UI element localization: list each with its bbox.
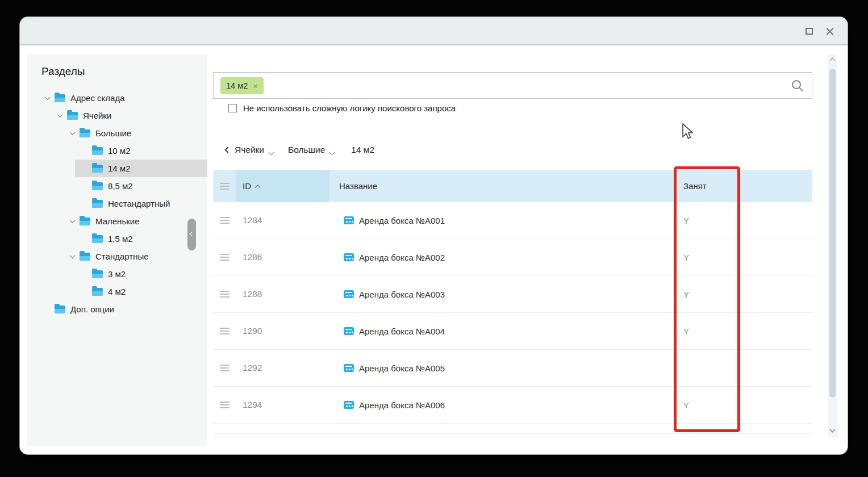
table-body: 1284 Аренда бокса №A001 Y 1286 Аренда бо… — [213, 202, 812, 434]
tree-item-label: 1,5 м2 — [108, 234, 133, 244]
cell-occupied: Y — [673, 387, 812, 423]
cell-occupied: Y — [673, 239, 812, 275]
drag-handle-icon[interactable] — [220, 291, 229, 298]
sidebar-collapse-handle[interactable] — [187, 219, 196, 250]
column-header-name[interactable]: Название — [329, 170, 673, 202]
tree-item[interactable]: 1,5 м2 — [27, 230, 207, 248]
tree-item[interactable]: Доп. опции — [27, 300, 207, 318]
expand-chevron-icon[interactable] — [68, 254, 76, 258]
tree-item[interactable]: 3 м2 — [27, 265, 207, 283]
tree-item[interactable]: Маленькие — [27, 212, 207, 230]
tree-item[interactable]: Адрес склада — [27, 89, 207, 107]
folder-icon — [55, 306, 65, 313]
drag-handle-icon[interactable] — [220, 328, 229, 334]
table-row[interactable]: 1284 Аренда бокса №A001 Y — [213, 202, 812, 239]
cell-id: 1292 — [236, 350, 329, 386]
tree-item[interactable]: 4 м2 — [27, 283, 207, 300]
breadcrumb: Ячейки Большие 14 м2 — [226, 145, 374, 155]
table-row[interactable]: 1288 Аренда бокса №A003 Y — [213, 276, 812, 313]
header-menu-icon[interactable] — [220, 183, 229, 190]
breadcrumb-item-large[interactable]: Большие — [288, 145, 325, 155]
tree-item-label: 14 м2 — [108, 164, 131, 173]
cell-occupied — [673, 350, 812, 386]
element-icon — [344, 290, 354, 298]
tree-item[interactable]: 14 м2 — [27, 160, 207, 177]
breadcrumb-item-cells[interactable]: Ячейки — [235, 145, 264, 155]
cell-name[interactable]: Аренда бокса №A006 — [359, 400, 445, 410]
search-filter-tag[interactable]: 14 м2 × — [220, 77, 264, 94]
tree-item[interactable]: Большие — [27, 124, 207, 142]
tree-item[interactable]: Нестандартный — [27, 195, 207, 212]
cell-name[interactable]: Аренда бокса №A001 — [359, 216, 445, 225]
sections-sidebar: Разделы Адрес склада Ячейки Большие 10 м… — [27, 54, 207, 446]
sort-asc-icon — [255, 185, 261, 190]
table-row[interactable]: 1294 Аренда бокса №A006 Y — [213, 387, 812, 424]
tree-item-label: Нестандартный — [108, 199, 170, 208]
folder-icon — [80, 217, 90, 225]
expand-chevron-icon[interactable] — [43, 96, 51, 100]
tree-item-label: 3 м2 — [108, 269, 126, 279]
drag-handle-icon[interactable] — [220, 217, 229, 224]
simple-logic-checkbox[interactable] — [228, 104, 237, 112]
maximize-button[interactable] — [806, 28, 813, 35]
column-header-id[interactable]: ID — [236, 170, 329, 202]
table-row[interactable]: 1286 Аренда бокса №A002 Y — [213, 239, 812, 276]
breadcrumb-item-current: 14 м2 — [351, 145, 374, 155]
folder-icon — [92, 235, 103, 243]
simple-logic-checkbox-label: Не использовать сложную логику поисковог… — [243, 103, 456, 113]
tree-item-label: 10 м2 — [108, 146, 131, 156]
tree-item[interactable]: Стандартные — [27, 248, 207, 265]
scrollbar-thumb[interactable] — [829, 69, 836, 398]
column-occupied-label: Занят — [683, 181, 707, 191]
table-header: ID Название Занят — [213, 170, 812, 202]
dropdown-chevron-icon[interactable] — [329, 149, 335, 155]
cell-name[interactable]: Аренда бокса №A005 — [359, 363, 445, 373]
scroll-up-icon[interactable] — [830, 58, 836, 64]
cell-name[interactable]: Аренда бокса №A002 — [359, 253, 445, 262]
drag-handle-icon[interactable] — [220, 401, 229, 408]
element-icon — [344, 253, 354, 261]
tree-item[interactable]: 10 м2 — [27, 142, 207, 160]
element-icon — [344, 401, 354, 409]
folder-icon — [92, 147, 103, 155]
folder-icon — [92, 165, 103, 173]
column-header-occupied[interactable]: Занят — [673, 170, 812, 202]
cell-name[interactable]: Аренда бокса №A003 — [359, 290, 445, 299]
vertical-scrollbar[interactable] — [828, 54, 837, 437]
column-id-label: ID — [243, 181, 251, 191]
search-icon[interactable] — [791, 79, 804, 93]
cell-name[interactable]: Аренда бокса №A004 — [359, 327, 445, 336]
expand-chevron-icon[interactable] — [56, 114, 64, 118]
expand-chevron-icon[interactable] — [68, 219, 76, 223]
cell-id: 1290 — [236, 313, 329, 349]
table-row[interactable]: 1290 Аренда бокса №A004 Y — [213, 313, 812, 350]
tree-item[interactable]: Ячейки — [27, 107, 207, 124]
element-icon — [344, 364, 354, 372]
table-row-partial — [213, 424, 812, 434]
folder-icon — [92, 200, 103, 208]
drag-handle-icon[interactable] — [220, 254, 229, 261]
dropdown-chevron-icon[interactable] — [269, 149, 274, 155]
tree-item[interactable]: 8,5 м2 — [27, 177, 207, 195]
cell-id: 1286 — [236, 239, 329, 275]
main-content: 14 м2 × Не использовать сложную логику п… — [213, 54, 813, 446]
cell-id: 1288 — [236, 276, 329, 312]
close-button[interactable] — [825, 27, 834, 36]
element-icon — [344, 216, 354, 224]
table-row[interactable]: 1292 Аренда бокса №A005 — [213, 350, 812, 387]
element-icon — [344, 327, 354, 335]
folder-icon — [92, 288, 103, 296]
scroll-down-icon[interactable] — [830, 427, 836, 433]
search-input[interactable]: 14 м2 × — [213, 72, 812, 99]
tree-item-label: Большие — [95, 128, 131, 138]
simple-logic-checkbox-row: Не использовать сложную логику поисковог… — [228, 103, 456, 113]
expand-chevron-icon[interactable] — [68, 131, 76, 135]
folder-icon — [55, 94, 65, 102]
folder-icon — [92, 182, 103, 190]
column-name-label: Название — [339, 181, 377, 191]
sidebar-title: Разделы — [41, 65, 85, 78]
drag-handle-icon[interactable] — [220, 365, 229, 371]
folder-icon — [67, 112, 78, 120]
remove-tag-icon[interactable]: × — [253, 82, 258, 90]
breadcrumb-back-icon[interactable] — [224, 147, 231, 153]
